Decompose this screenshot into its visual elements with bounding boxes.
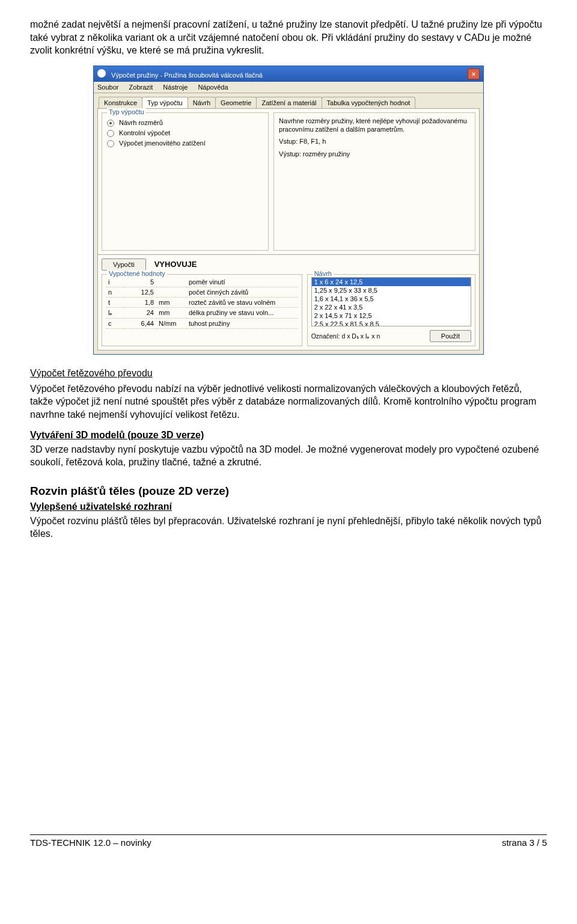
list-item[interactable]: 2 x 22 x 41 x 3,5 <box>312 303 471 311</box>
oznaceni-label: Označení: d x D₁ x lₒ x n <box>311 332 380 340</box>
radio-label: Kontrolní výpočet <box>119 129 170 136</box>
menubar: Soubor Zobrazit Nástroje Nápověda <box>94 82 483 93</box>
radio-jmenovite[interactable]: Výpočet jmenovitého zatížení <box>107 139 263 147</box>
titlebar: Výpočet pružiny - Pružina šroubovitá vál… <box>94 66 483 82</box>
cell-val: 24 <box>124 307 156 318</box>
table-row: lₒ 24 mm délka pružiny ve stavu voln... <box>106 307 298 318</box>
desc-text: Navrhne rozměry pružiny, které nejlépe v… <box>279 117 470 134</box>
use-button[interactable]: Použít <box>430 330 471 342</box>
tabstrip: Konstrukce Typ výpočtu Návrh Geometrie Z… <box>97 97 480 109</box>
cell-val: 1,8 <box>124 297 156 307</box>
radio-icon <box>107 120 114 127</box>
cell-desc: počet činných závitů <box>186 287 298 297</box>
status-label: VYHOVUJE <box>154 260 197 269</box>
tab-zatizeni[interactable]: Zatížení a materiál <box>256 97 322 108</box>
tab-typ-vypoctu[interactable]: Typ výpočtu <box>142 97 188 108</box>
navrh-legend: Návrh <box>313 270 334 277</box>
fieldset-typ-legend: Typ výpočtu <box>107 108 146 115</box>
section-rozvin-head: Rozvin plášťů těles (pouze 2D verze) <box>30 485 547 498</box>
cell-sym: t <box>106 297 124 307</box>
cell-sym: i <box>106 277 124 287</box>
section-3d-head: Vytváření 3D modelů (pouze 3D verze) <box>30 430 547 441</box>
list-item[interactable]: 1,25 x 9,25 x 33 x 8,5 <box>312 286 471 295</box>
cell-sym: lₒ <box>106 307 124 318</box>
cell-sym: n <box>106 287 124 297</box>
menu-soubor[interactable]: Soubor <box>97 84 118 91</box>
table-row: n 12,5 počet činných závitů <box>106 287 298 297</box>
table-row: c 6,44 N/mm tuhost pružiny <box>106 318 298 328</box>
fieldset-desc: Navrhne rozměry pružiny, které nejlépe v… <box>273 112 475 251</box>
cell-desc: poměr vinutí <box>186 277 298 287</box>
footer-left: TDS-TECHNIK 12.0 – novinky <box>30 837 151 848</box>
table-row: t 1,8 mm rozteč závitů ve stavu volném <box>106 297 298 307</box>
list-item[interactable]: 2 x 14,5 x 71 x 12,5 <box>312 311 471 320</box>
radio-icon <box>107 130 114 137</box>
desc-output: Výstup: rozměry pružiny <box>279 150 470 158</box>
intro-paragraph: možné zadat největší a nejmenší pracovní… <box>30 18 547 57</box>
cell-sym: c <box>106 318 124 328</box>
list-item[interactable]: 1 x 6 x 24 x 12,5 <box>312 278 471 286</box>
cell-unit: mm <box>156 297 186 307</box>
tab-geometrie[interactable]: Geometrie <box>215 97 257 108</box>
close-icon[interactable]: × <box>468 69 480 79</box>
table-row: i 5 poměr vinutí <box>106 277 298 287</box>
radio-label: Návrh rozměrů <box>119 119 163 126</box>
radio-kontrolni[interactable]: Kontrolní výpočet <box>107 129 263 137</box>
desc-input: Vstup: F8, F1, h <box>279 137 470 145</box>
tab-navrh[interactable]: Návrh <box>188 97 216 108</box>
cell-val: 12,5 <box>124 287 156 297</box>
section-rozvin-body: Výpočet rozvinu plášťů těles byl přeprac… <box>30 515 547 540</box>
cell-unit <box>156 287 186 297</box>
design-listbox[interactable]: 1 x 6 x 24 x 12,5 1,25 x 9,25 x 33 x 8,5… <box>311 277 471 326</box>
calc-values: Vypočtené hodnoty i 5 poměr vinutí n 12,… <box>102 274 302 346</box>
list-item[interactable]: 1,6 x 14,1 x 36 x 5,5 <box>312 295 471 303</box>
design-suggestions: Návrh 1 x 6 x 24 x 12,5 1,25 x 9,25 x 33… <box>307 274 475 346</box>
cell-unit: mm <box>156 307 186 318</box>
compute-button[interactable]: Vypočti <box>102 259 146 271</box>
section-chain-body: Výpočet řetězového převodu nabízí na výb… <box>30 382 547 421</box>
list-item[interactable]: 2,5 x 22,5 x 81,5 x 8,5 <box>312 320 471 326</box>
menu-nastroje[interactable]: Nástroje <box>163 84 188 91</box>
radio-label: Výpočet jmenovitého zatížení <box>119 139 206 147</box>
window-title: Výpočet pružiny - Pružina šroubovitá vál… <box>111 72 263 79</box>
calc-legend: Vypočtené hodnoty <box>107 270 167 277</box>
cell-desc: tuhost pružiny <box>186 318 298 328</box>
cell-unit <box>156 277 186 287</box>
section-chain-head: Výpočet řetězového převodu <box>30 368 547 379</box>
cell-unit: N/mm <box>156 318 186 328</box>
fieldset-typ: Typ výpočtu Návrh rozměrů Kontrolní výpo… <box>102 112 269 251</box>
radio-navrh-rozmeru[interactable]: Návrh rozměrů <box>107 119 263 127</box>
footer-right: strana 3 / 5 <box>502 837 547 848</box>
tab-tabulka[interactable]: Tabulka vypočtených hodnot <box>322 97 416 108</box>
cell-desc: délka pružiny ve stavu voln... <box>186 307 298 318</box>
cell-val: 5 <box>124 277 156 287</box>
section-3d-body: 3D verze nadstavby nyní poskytuje vazbu … <box>30 443 547 469</box>
tab-konstrukce[interactable]: Konstrukce <box>99 97 142 108</box>
cell-desc: rozteč závitů ve stavu volném <box>186 297 298 307</box>
menu-napoveda[interactable]: Nápověda <box>198 84 228 91</box>
menu-zobrazit[interactable]: Zobrazit <box>129 84 153 91</box>
section-rozvin-sub: Vylepšené uživatelské rozhraní <box>30 501 547 512</box>
cell-val: 6,44 <box>124 318 156 328</box>
app-icon <box>97 69 106 78</box>
radio-icon <box>107 140 114 147</box>
app-window: Výpočet pružiny - Pružina šroubovitá vál… <box>93 66 484 355</box>
